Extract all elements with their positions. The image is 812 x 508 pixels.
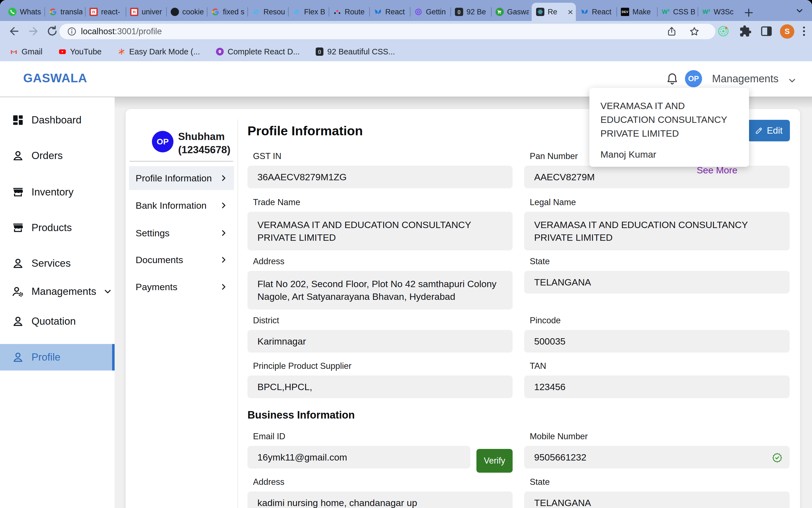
biz-address-input[interactable]: kadimi nursing home, chandanagar up bbox=[247, 492, 513, 508]
sidebar-item-label: Profile bbox=[32, 351, 60, 363]
header-account-avatar[interactable]: OP bbox=[685, 70, 702, 87]
field-email: Email ID 16ymk11@gmail.com Verify bbox=[247, 431, 513, 468]
sidebar-item-profile[interactable]: Profile bbox=[0, 344, 115, 371]
panel-menu-documents[interactable]: Documents bbox=[129, 248, 234, 272]
address-input[interactable]: Flat No 202, Second Floor, Plot No 42 sa… bbox=[247, 271, 513, 309]
whatsapp-favicon-icon bbox=[8, 8, 16, 16]
bookmark-item[interactable]: Complete React D... bbox=[216, 47, 300, 56]
app-logo: GASWALA bbox=[23, 71, 87, 85]
header-account-name[interactable]: Managements bbox=[712, 73, 779, 85]
field-label: TAN bbox=[530, 361, 789, 371]
sidebar-item-inventory[interactable]: Inventory bbox=[0, 179, 115, 205]
tan-value: 123456 bbox=[534, 382, 565, 392]
panel-menu-settings[interactable]: Settings bbox=[129, 221, 234, 245]
district-input[interactable]: Karimnagar bbox=[247, 330, 513, 352]
chevron-right-icon bbox=[219, 201, 229, 210]
new-tab-button[interactable] bbox=[743, 7, 755, 19]
shield-favicon-icon bbox=[216, 48, 224, 55]
code-favicon-icon: {} bbox=[316, 48, 323, 55]
browser-tab[interactable]: Route bbox=[329, 3, 369, 21]
url-text: localhost:3001/profile bbox=[81, 27, 162, 36]
bookmark-star-icon[interactable] bbox=[689, 26, 700, 37]
biz-state-input[interactable]: TELANGANA bbox=[524, 492, 789, 508]
reload-button[interactable] bbox=[46, 25, 58, 38]
browser-tab[interactable]: nuniver bbox=[126, 3, 166, 21]
browser-tab[interactable]: DEVMake bbox=[616, 3, 657, 21]
sidebar-item-label: Dashboard bbox=[32, 114, 81, 126]
bookmark-item[interactable]: {}92 Beautiful CSS... bbox=[316, 47, 395, 56]
sidebar-item-quotation[interactable]: Quotation bbox=[0, 308, 115, 335]
browser-tab[interactable]: W3CSS B bbox=[657, 3, 698, 21]
chrome-profile-avatar[interactable]: S bbox=[780, 24, 794, 39]
browser-tab[interactable]: fixed s bbox=[207, 3, 247, 21]
sidebar-item-managements[interactable]: Managements bbox=[0, 278, 115, 305]
tab-label: cookie bbox=[182, 8, 204, 16]
share-icon[interactable] bbox=[666, 26, 677, 37]
supplier-input[interactable]: BPCL,HPCL, bbox=[247, 376, 513, 398]
trade-name-input[interactable]: VERAMASA IT AND EDUCATION CONSULTANCY PR… bbox=[247, 212, 513, 250]
panel-menu-payments[interactable]: Payments bbox=[129, 275, 234, 299]
tailwind-favicon-icon bbox=[252, 8, 260, 16]
panel-menu-profile-information[interactable]: Profile Information bbox=[129, 166, 234, 190]
edit-button[interactable]: Edit bbox=[747, 120, 790, 141]
person-icon bbox=[12, 315, 24, 328]
tab-close-icon[interactable]: × bbox=[568, 7, 573, 16]
bookmark-item[interactable]: Easy Dark Mode (... bbox=[118, 47, 200, 56]
chevron-down-icon bbox=[103, 287, 113, 297]
notification-bell-icon[interactable] bbox=[665, 72, 680, 86]
browser-tab[interactable]: Gettin bbox=[410, 3, 450, 21]
sidebar-item-dashboard[interactable]: Dashboard bbox=[0, 107, 115, 133]
browser-tab[interactable]: React bbox=[369, 3, 410, 21]
field-label: Address bbox=[253, 256, 513, 266]
legal-name-input[interactable]: VERAMASA IT AND EDUCATION CONSULTANCY PR… bbox=[524, 212, 789, 250]
w3-favicon-icon: W3 bbox=[702, 8, 710, 16]
sidebar-item-products[interactable]: Products bbox=[0, 214, 115, 241]
browser-tab-active[interactable]: Re× bbox=[532, 3, 576, 21]
see-more-link[interactable]: See More bbox=[601, 165, 737, 176]
tab-label: Resou bbox=[263, 8, 285, 16]
browser-tab[interactable]: React bbox=[576, 3, 616, 21]
mobile-input[interactable]: 9505661232 bbox=[524, 446, 789, 468]
address-bar[interactable]: localhost:3001/profile bbox=[59, 24, 715, 39]
screen: Whatstranslanreact-nunivercookiefixed sR… bbox=[0, 0, 812, 508]
account-chevron-down-icon[interactable] bbox=[787, 76, 797, 86]
browser-tab[interactable]: Resou bbox=[247, 3, 288, 21]
side-panel-icon[interactable] bbox=[760, 25, 773, 38]
browser-tab[interactable]: W3W3Sc bbox=[698, 3, 738, 21]
state-input[interactable]: TELANGANA bbox=[524, 271, 789, 294]
site-info-icon[interactable] bbox=[67, 26, 77, 37]
tan-input[interactable]: 123456 bbox=[524, 376, 789, 398]
back-button[interactable] bbox=[8, 25, 21, 38]
browser-tab[interactable]: transla bbox=[44, 3, 85, 21]
sidebar-item-orders[interactable]: Orders bbox=[0, 142, 115, 169]
gstin-input[interactable]: 36AAECV8279M1ZG bbox=[247, 166, 513, 188]
tab-label: transla bbox=[60, 8, 82, 16]
bookmark-item[interactable]: Gmail bbox=[10, 47, 43, 56]
react-devtools-extension-icon[interactable] bbox=[717, 25, 730, 38]
browser-tab[interactable]: Whats bbox=[4, 3, 44, 21]
bookmark-label: Complete React D... bbox=[228, 47, 300, 56]
address-value: Flat No 202, Second Floor, Plot No 42 sa… bbox=[257, 279, 497, 302]
field-label: State bbox=[530, 256, 789, 266]
bookmark-item[interactable]: YouTube bbox=[58, 47, 102, 56]
profile-name: Shubham bbox=[178, 130, 230, 143]
field-pincode: Pincode 500035 bbox=[524, 315, 789, 352]
email-input[interactable]: 16ymk11@gmail.com bbox=[247, 446, 470, 468]
sidebar-item-services[interactable]: Services bbox=[0, 250, 115, 277]
webpack-favicon-icon bbox=[414, 8, 422, 16]
browser-tab[interactable]: cookie bbox=[166, 3, 207, 21]
extensions-puzzle-icon[interactable] bbox=[739, 25, 752, 38]
browser-tab[interactable]: Flex B bbox=[288, 3, 329, 21]
forward-button[interactable] bbox=[27, 25, 40, 38]
verify-button[interactable]: Verify bbox=[477, 449, 513, 473]
pincode-input[interactable]: 500035 bbox=[524, 330, 789, 352]
panel-menu-bank-information[interactable]: Bank Information bbox=[129, 194, 234, 217]
tab-search-chevron-icon[interactable] bbox=[795, 6, 804, 15]
browser-tab[interactable]: Gaswa bbox=[491, 3, 532, 21]
browser-tab[interactable]: nreact- bbox=[85, 3, 126, 21]
chevron-right-icon bbox=[219, 255, 229, 264]
chrome-menu-kebab-icon[interactable] bbox=[798, 25, 810, 38]
panel-horizontal-divider bbox=[129, 161, 233, 162]
field-legal-name: Legal Name VERAMASA IT AND EDUCATION CON… bbox=[524, 198, 789, 250]
browser-tab[interactable]: {}92 Be bbox=[450, 3, 491, 21]
